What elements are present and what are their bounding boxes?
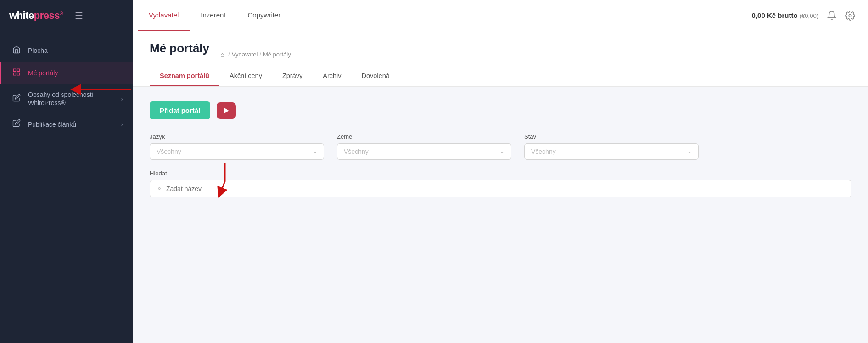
filter-row: Jazyk Všechny ⌄ Země Všechny ⌄ Sta bbox=[150, 133, 851, 160]
svg-rect-2 bbox=[17, 69, 20, 71]
balance-amount: 0,00 Kč brutto (€0,00) bbox=[752, 11, 818, 19]
gear-icon bbox=[845, 11, 855, 21]
tab-vydavatel[interactable]: Vydavatel bbox=[138, 0, 190, 31]
svg-rect-4 bbox=[13, 73, 16, 75]
logo: whitepress® bbox=[9, 10, 63, 22]
logo-area: whitepress® ☰ bbox=[0, 0, 133, 31]
nav-right: 0,00 Kč brutto (€0,00) bbox=[752, 11, 868, 21]
tab-akcni-ceny[interactable]: Akční ceny bbox=[219, 67, 272, 86]
page-tabs: Seznam portálů Akční ceny Zprávy Archiv … bbox=[150, 67, 851, 86]
filter-jazyk: Jazyk Všechny ⌄ bbox=[150, 133, 324, 160]
search-group: Hledat ⚬ bbox=[150, 170, 851, 197]
chevron-right-icon-2: › bbox=[121, 121, 123, 128]
filter-jazyk-value: Všechny bbox=[157, 148, 181, 155]
filter-jazyk-label: Jazyk bbox=[150, 133, 324, 140]
filter-stav-select[interactable]: Všechny ⌄ bbox=[524, 143, 699, 160]
page-header: Mé portály ⌂ / Vydavatel / Mé portály Se… bbox=[133, 31, 868, 87]
breadcrumb-vydavatel[interactable]: Vydavatel bbox=[232, 51, 258, 58]
sidebar-item-label-obsahy: Obsahy od společnosti WhitePress® bbox=[28, 90, 93, 107]
filter-zeme-label: Země bbox=[337, 133, 511, 140]
header-top-row: Mé portály ⌂ / Vydavatel / Mé portály bbox=[150, 41, 851, 62]
sidebar-item-publikace[interactable]: Publikace článků › bbox=[0, 113, 133, 135]
content-body: Přidat portál Jazyk Všechny ⌄ bbox=[133, 87, 868, 212]
filter-zeme-value: Všechny bbox=[344, 148, 369, 155]
filter-zeme-select[interactable]: Všechny ⌄ bbox=[337, 143, 511, 160]
filter-zeme: Země Všechny ⌄ bbox=[337, 133, 511, 160]
filter-stav: Stav Všechny ⌄ bbox=[524, 133, 699, 160]
sidebar-item-me-portaly[interactable]: Mé portály bbox=[0, 62, 133, 84]
breadcrumb: ⌂ / Vydavatel / Mé portály bbox=[220, 51, 291, 58]
chevron-right-icon: › bbox=[121, 96, 123, 102]
main-layout: Plocha Mé portály Obsahy od společnosti … bbox=[0, 31, 868, 343]
breadcrumb-me-portaly: Mé portály bbox=[263, 51, 291, 58]
svg-point-0 bbox=[849, 14, 851, 17]
edit-icon-obsahy bbox=[11, 94, 22, 104]
add-portal-button[interactable]: Přidat portál bbox=[150, 101, 210, 119]
action-row: Přidat portál bbox=[150, 101, 851, 119]
breadcrumb-sep-2: / bbox=[259, 51, 261, 58]
search-label: Hledat bbox=[150, 170, 851, 177]
tab-copywriter[interactable]: Copywriter bbox=[237, 0, 292, 31]
filter-stav-label: Stav bbox=[524, 133, 699, 140]
logo-white: white bbox=[9, 10, 34, 21]
filter-jazyk-select[interactable]: Všechny ⌄ bbox=[150, 143, 324, 160]
search-input[interactable] bbox=[166, 185, 845, 192]
sidebar-item-plocha[interactable]: Plocha bbox=[0, 39, 133, 62]
edit-icon-publikace bbox=[11, 119, 22, 129]
tab-zpravy[interactable]: Zprávy bbox=[272, 67, 313, 86]
svg-marker-5 bbox=[224, 107, 229, 114]
sidebar-item-obsahy[interactable]: Obsahy od společnosti WhitePress® › bbox=[0, 84, 133, 113]
nav-tabs: Vydavatel Inzerent Copywriter bbox=[133, 0, 296, 31]
page-title: Mé portály bbox=[150, 41, 209, 56]
chevron-down-stav: ⌄ bbox=[687, 148, 692, 155]
search-icon: ⚬ bbox=[157, 185, 162, 193]
portals-icon bbox=[11, 68, 22, 79]
youtube-button[interactable] bbox=[217, 102, 236, 119]
home-breadcrumb-icon: ⌂ bbox=[220, 51, 224, 58]
svg-rect-3 bbox=[17, 73, 20, 75]
hamburger-icon[interactable]: ☰ bbox=[75, 10, 83, 21]
logo-press: press bbox=[34, 10, 60, 21]
main-content: Mé portály ⌂ / Vydavatel / Mé portály Se… bbox=[133, 31, 868, 343]
settings-button[interactable] bbox=[845, 11, 855, 21]
tab-archiv[interactable]: Archiv bbox=[313, 67, 351, 86]
tab-dovolena[interactable]: Dovolená bbox=[352, 67, 400, 86]
tab-seznam-portalu[interactable]: Seznam portálů bbox=[150, 67, 219, 86]
youtube-play-icon bbox=[222, 107, 230, 115]
sidebar-item-label-me-portaly: Mé portály bbox=[28, 69, 58, 77]
breadcrumb-sep-1: / bbox=[228, 51, 230, 58]
balance-eur: (€0,00) bbox=[800, 12, 818, 19]
sidebar-item-label-publikace: Publikace článků bbox=[28, 120, 76, 129]
notification-button[interactable] bbox=[827, 11, 837, 21]
chevron-down-zeme: ⌄ bbox=[500, 148, 504, 155]
sidebar-item-label-plocha: Plocha bbox=[28, 46, 48, 55]
svg-rect-1 bbox=[13, 69, 16, 71]
tab-inzerent[interactable]: Inzerent bbox=[190, 0, 236, 31]
logo-reg: ® bbox=[60, 11, 63, 16]
top-navigation: whitepress® ☰ Vydavatel Inzerent Copywri… bbox=[0, 0, 868, 31]
home-icon bbox=[11, 45, 22, 56]
filter-stav-value: Všechny bbox=[531, 148, 556, 155]
search-input-wrap: ⚬ bbox=[150, 180, 851, 197]
sidebar: Plocha Mé portály Obsahy od společnosti … bbox=[0, 31, 133, 343]
bell-icon bbox=[827, 11, 837, 21]
chevron-down-jazyk: ⌄ bbox=[313, 148, 317, 155]
